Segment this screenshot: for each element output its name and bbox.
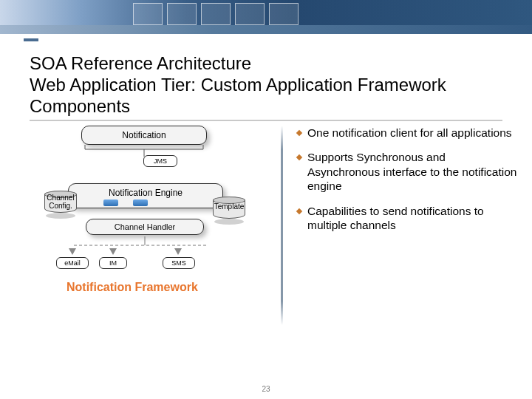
- notification-engine-label: Notification Engine: [109, 188, 183, 198]
- channel-im-label: IM: [109, 259, 117, 267]
- banner-decor-boxes: [133, 3, 299, 25]
- engine-chip-icon: [103, 200, 118, 206]
- page-number: 23: [0, 385, 532, 393]
- bullet-item: One notification client for all applicat…: [297, 126, 519, 140]
- channel-sms-label: SMS: [171, 259, 186, 267]
- bullet-list: One notification client for all applicat…: [297, 126, 519, 242]
- arrow-down-icon: [69, 248, 76, 255]
- section-title: Notification Framework: [66, 281, 198, 294]
- channel-im-box: IM: [99, 257, 127, 269]
- diagram: Notification JMS Notification Engine Cha…: [22, 126, 266, 347]
- channel-email-label: eMail: [64, 259, 81, 267]
- channel-config-label: Channel Config.: [40, 194, 81, 210]
- bullet-item: Supports Synchronous and Asynchronous in…: [297, 150, 519, 193]
- arrow-down-icon: [174, 248, 182, 255]
- bullet-item: Capabilities to send notifications to mu…: [297, 204, 519, 233]
- bullet-text: Supports Synchronous and Asynchronous in…: [307, 151, 516, 192]
- column-divider: [281, 126, 283, 325]
- template-label: Template: [208, 202, 250, 211]
- slide: SOA Reference Architecture Web Applicati…: [0, 0, 532, 399]
- jms-box: JMS: [143, 155, 177, 167]
- engine-chip-icon: [133, 200, 148, 206]
- svg-point-0: [46, 213, 75, 219]
- channel-sms-box: SMS: [163, 257, 195, 269]
- banner-dash: [24, 38, 38, 41]
- cyl-shadow-icon: [213, 219, 245, 229]
- arrow-down-icon: [109, 248, 117, 255]
- notification-client-label: Notification: [122, 130, 166, 140]
- title-underline: [30, 120, 502, 121]
- channel-handler-box: Channel Handler: [86, 219, 204, 235]
- content-area: Notification JMS Notification Engine Cha…: [22, 126, 510, 347]
- channel-email-box: eMail: [56, 257, 89, 269]
- jms-label: JMS: [154, 157, 167, 165]
- top-banner: [0, 0, 532, 44]
- bullet-text: Capabilities to send notifications to mu…: [307, 205, 484, 231]
- notification-client-box: Notification: [81, 126, 207, 145]
- banner-stripe-2: [0, 25, 532, 34]
- cyl-shadow-icon: [44, 213, 77, 223]
- title-text: SOA Reference Architecture Web Applicati…: [30, 53, 446, 116]
- page-title: SOA Reference Architecture Web Applicati…: [30, 53, 502, 121]
- bullet-text: One notification client for all applicat…: [307, 126, 512, 139]
- svg-point-1: [214, 219, 244, 225]
- channel-handler-label: Channel Handler: [115, 222, 176, 231]
